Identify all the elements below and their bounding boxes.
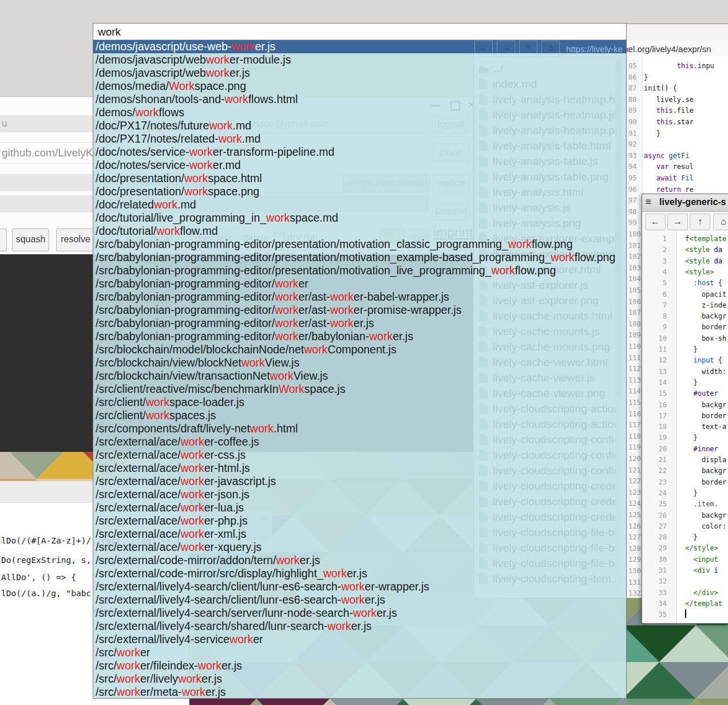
- screen: ✕ u Email amson@gmail.com logout github.…: [0, 0, 728, 705]
- search-result-row[interactable]: /src/blockchain/view/blockNetworkView.js: [93, 356, 626, 369]
- search-result-row[interactable]: /demos/shonan/tools-and-workflows.html: [93, 93, 626, 106]
- search-result-row[interactable]: /doc/tutorial/live_programming_in_worksp…: [93, 211, 626, 225]
- search-result-row[interactable]: /src/babylonian-programming-editor/worke…: [93, 304, 626, 317]
- search-result-row[interactable]: /src/external/lively4-search/client/lunr…: [93, 593, 626, 606]
- search-results: /demos/javascript/use-web-worker.js/demo…: [93, 40, 626, 699]
- text-caret: [685, 609, 686, 618]
- code-window: ≡ lively-generic-s ← → ↑ ⌂ 1234567891011…: [642, 194, 728, 624]
- code-window-titlebar[interactable]: ≡ lively-generic-s: [642, 194, 728, 212]
- search-result-row[interactable]: /src/blockchain/model/blockchainNode/net…: [93, 343, 626, 356]
- search-result-row[interactable]: /src/external/ace/worker-php.js: [93, 514, 626, 527]
- code-window-title: lively-generic-s: [659, 197, 726, 207]
- search-result-row[interactable]: /doc/notes/service-worker-transform-pipe…: [93, 145, 626, 159]
- search-result-row[interactable]: /src/client/reactive/misc/benchmarkInWor…: [93, 383, 626, 396]
- search-result-row[interactable]: /demos/media/Workspace.png: [93, 80, 626, 93]
- search-result-row[interactable]: /src/external/lively4-search/client/lunr…: [93, 580, 626, 593]
- search-result-row[interactable]: /src/babylonian-programming-editor/worke…: [93, 317, 626, 330]
- search-result-row[interactable]: /doc/PX17/notes/futurework.md: [93, 119, 626, 132]
- search-result-row[interactable]: /demos/javascript/webworker.js: [93, 66, 626, 80]
- search-result-row[interactable]: /demos/workflows: [93, 106, 626, 119]
- search-result-row[interactable]: /src/worker/meta-worker.js: [93, 686, 626, 699]
- search-input[interactable]: work: [93, 23, 626, 40]
- search-result-row[interactable]: /src/external/ace/worker-lua.js: [93, 501, 626, 514]
- search-result-row[interactable]: /src/babylonian-programming-editor/worke…: [93, 277, 626, 290]
- file-search-overlay: work /demos/javascript/use-web-worker.js…: [93, 23, 627, 699]
- search-result-row[interactable]: /src/babylonian-programming-editor/prese…: [93, 238, 626, 251]
- f-button[interactable]: f: [0, 229, 7, 251]
- resolve-button[interactable]: resolve: [56, 229, 95, 251]
- search-result-row[interactable]: /src/external/ace/worker-html.js: [93, 462, 626, 475]
- squash-button[interactable]: squash: [12, 229, 49, 251]
- search-result-row[interactable]: /src/external/ace/worker-json.js: [93, 488, 626, 501]
- search-result-row[interactable]: /src/worker/fileindex-worker.js: [93, 659, 626, 672]
- search-result-row[interactable]: /doc/notes/service-worker.md: [93, 159, 626, 172]
- search-result-row[interactable]: /src/external/lively4-search/shared/lunr…: [93, 620, 626, 633]
- forward-button[interactable]: →: [667, 214, 688, 230]
- code-window-navbar: ← → ↑ ⌂: [642, 212, 728, 230]
- search-result-row[interactable]: /src/babylonian-programming-editor/prese…: [93, 264, 626, 277]
- search-result-row[interactable]: /src/babylonian-programming-editor/worke…: [93, 330, 626, 343]
- ghost-nav-arrows: ←→↑⌂: [474, 41, 564, 54]
- search-result-row[interactable]: /src/babylonian-programming-editor/worke…: [93, 290, 626, 304]
- search-result-row[interactable]: /src/babylonian-programming-editor/prese…: [93, 251, 626, 264]
- search-result-row[interactable]: /src/external/code-mirror/src/display/hi…: [93, 567, 626, 580]
- search-result-row[interactable]: /doc/PX17/notes/related-work.md: [93, 132, 626, 145]
- search-result-row[interactable]: /src/external/ace/worker-xquery.js: [93, 541, 626, 554]
- search-result-row[interactable]: /src/worker: [93, 646, 626, 659]
- search-result-row[interactable]: /doc/relatedwork.md: [93, 198, 626, 211]
- search-result-row[interactable]: /src/external/ace/worker-xml.js: [93, 527, 626, 541]
- code-editor[interactable]: 1234567891011121314151617181920212223242…: [642, 230, 728, 623]
- home-button[interactable]: ⌂: [713, 214, 728, 230]
- editor-gutter: 1234567891011121314151617181920212223242…: [642, 230, 677, 623]
- search-result-row[interactable]: /src/worker/livelyworker.js: [93, 672, 626, 686]
- search-result-row[interactable]: /src/external/ace/worker-javascript.js: [93, 475, 626, 488]
- up-button[interactable]: ↑: [690, 214, 710, 230]
- menu-icon[interactable]: ≡: [646, 196, 651, 208]
- search-result-row[interactable]: /doc/presentation/workspace.html: [93, 172, 626, 185]
- search-result-row[interactable]: /doc/tutorial/workflow.md: [93, 225, 626, 238]
- search-result-row[interactable]: /src/external/lively4-serviceworker: [93, 633, 626, 646]
- search-result-row[interactable]: /src/external/ace/worker-css.js: [93, 448, 626, 462]
- search-result-row[interactable]: /demos/javascript/webworker-module.js: [93, 53, 626, 66]
- search-result-row[interactable]: /src/client/workspaces.js: [93, 409, 626, 422]
- back-button[interactable]: ←: [645, 214, 666, 230]
- search-result-row[interactable]: /src/components/draft/lively-network.htm…: [93, 422, 626, 435]
- search-result-row[interactable]: /src/external/ace/worker-coffee.js: [93, 435, 626, 448]
- editor-gutter: 8586878889909192939495969798991001011021…: [627, 57, 643, 598]
- search-result-row[interactable]: /src/external/code-mirror/addon/tern/wor…: [93, 554, 626, 567]
- search-result-row[interactable]: /doc/presentation/workspace.png: [93, 185, 626, 198]
- log-panel: [0, 254, 93, 452]
- ghost-url: https://lively-ke: [566, 44, 623, 54]
- search-result-row[interactable]: /src/external/lively4-search/server/lunr…: [93, 606, 626, 620]
- search-result-row[interactable]: /src/client/workspace-loader.js: [93, 396, 626, 409]
- search-result-row[interactable]: /src/blockchain/view/transactionNetworkV…: [93, 369, 626, 383]
